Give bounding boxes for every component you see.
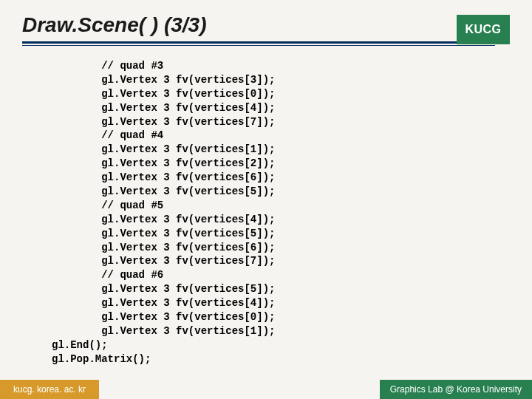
slide-header: Draw.Scene( ) (3/3) KUCG <box>0 0 532 52</box>
logo-badge: KUCG <box>457 15 510 44</box>
slide-footer: kucg. korea. ac. kr Graphics Lab @ Korea… <box>0 380 532 399</box>
title-rule-thick <box>22 41 495 44</box>
footer-credit: Graphics Lab @ Korea University <box>380 380 532 399</box>
code-listing: // quad #3 gl.Vertex 3 fv(vertices[3]); … <box>0 52 532 366</box>
title-rule-thin <box>22 45 495 46</box>
slide-title: Draw.Scene( ) (3/3) <box>22 13 510 37</box>
footer-url: kucg. korea. ac. kr <box>0 380 99 399</box>
